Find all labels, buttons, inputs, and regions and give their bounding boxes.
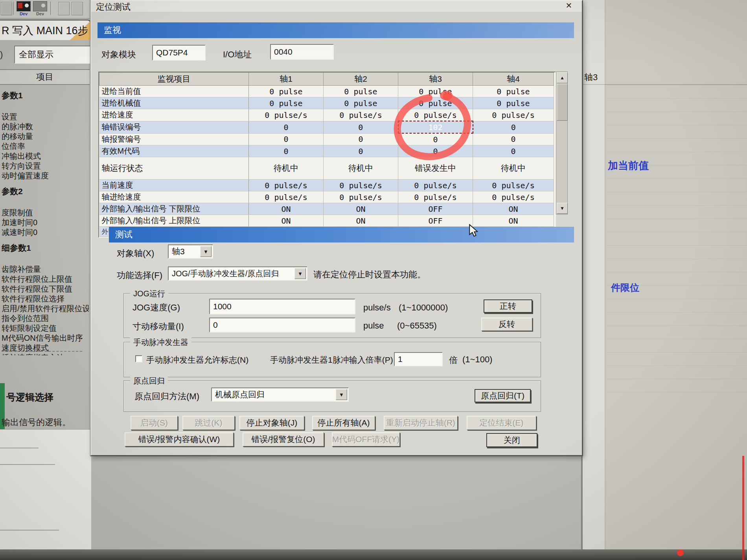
monitor-table-scrollbar[interactable]: ▲ ▼ bbox=[556, 72, 568, 215]
scroll-up-icon[interactable]: ▲ bbox=[557, 72, 568, 83]
monitor-cell-axis2: ON bbox=[324, 203, 398, 215]
monitor-cell-axis4: 0 pulse bbox=[473, 86, 554, 97]
tree-item[interactable]: 转方向设置 bbox=[0, 161, 89, 171]
monitor-cell-axis3: 0 bbox=[398, 133, 473, 145]
mpg-rate-unit: 倍 bbox=[449, 354, 458, 366]
mpg-rate-input[interactable]: 1 bbox=[394, 352, 443, 366]
function-select-dropdown[interactable]: JOG/手动脉冲发生器/原点回归 ▼ bbox=[168, 266, 307, 281]
opr-group-title: 原点回归 bbox=[130, 376, 168, 386]
reverse-rotation-button[interactable]: 反转 bbox=[481, 318, 532, 331]
monitor-table-body: 进给当前值 0 pulse 0 pulse 0 pulse 0 pulse 进给… bbox=[99, 86, 554, 237]
close-icon[interactable]: ✕ bbox=[563, 1, 575, 10]
tree-item[interactable]: 软件行程限位上限值 bbox=[0, 274, 89, 284]
monitor-col-axis2: 轴2 bbox=[324, 73, 398, 86]
monitor-cell-axis4: ON bbox=[473, 203, 554, 215]
toolbar-icon[interactable] bbox=[72, 2, 83, 15]
jog-speed-input[interactable]: 1000 bbox=[209, 299, 355, 314]
monitor-cell-axis1: ON bbox=[249, 215, 324, 227]
forward-rotation-button[interactable]: 正转 bbox=[484, 299, 532, 313]
close-button[interactable]: 关闭 bbox=[486, 433, 537, 447]
monitor-cell-axis3: 0 pulse/s bbox=[398, 109, 473, 121]
opr-method-value: 机械原点回归 bbox=[215, 389, 265, 400]
monitor-cell-axis1: 0 pulse/s bbox=[249, 180, 324, 191]
monitor-table-row: 轴运行状态 待机中 待机中 错误发生中 待机中 bbox=[99, 157, 554, 180]
tree-item[interactable]: 减速时间0 bbox=[0, 228, 89, 237]
target-module-field[interactable]: QD75P4 bbox=[152, 45, 206, 61]
scroll-down-icon[interactable]: ▼ bbox=[557, 203, 568, 214]
dev-tool-icon[interactable]: Dev bbox=[17, 1, 31, 17]
stop-all-axes-button[interactable]: 停止所有轴(A) bbox=[312, 416, 375, 430]
monitor-cell-axis3: 0 pulse/s bbox=[398, 180, 473, 191]
tree-item[interactable]: 细参数1 bbox=[0, 243, 89, 253]
chevron-down-icon[interactable]: ▼ bbox=[200, 246, 212, 257]
jog-speed-range: (1~1000000) bbox=[399, 303, 448, 313]
tree-item[interactable]: 设置 bbox=[0, 112, 89, 122]
toolbar-icon[interactable] bbox=[58, 2, 70, 15]
tree-divider bbox=[2, 351, 82, 352]
monitor-item-label: 轴进给速度 bbox=[99, 191, 249, 203]
function-hint-text: 请在定位停止时设置本功能。 bbox=[313, 269, 426, 281]
tree-item[interactable]: 转矩限制设定值 bbox=[0, 323, 89, 333]
monitor-cell-axis3: 错误发生中 bbox=[398, 157, 473, 180]
tree-item[interactable]: 软件行程限位选择 bbox=[0, 294, 89, 304]
monitor-cell-axis2: 0 bbox=[324, 133, 398, 145]
dialog-titlebar[interactable]: 定位测试 ✕ bbox=[91, 1, 582, 12]
stop-target-axis-button[interactable]: 停止对象轴(J) bbox=[239, 416, 304, 430]
chevron-down-icon[interactable]: ▼ bbox=[336, 389, 347, 400]
start-button[interactable]: 启动(S) bbox=[131, 416, 178, 430]
monitor-cell-axis2: 0 bbox=[324, 121, 398, 133]
logic-select-section-title: 号逻辑选择 bbox=[6, 391, 53, 404]
tree-item[interactable]: 插补速度指定方法 bbox=[0, 353, 89, 355]
positioning-end-button[interactable]: 定位结束(E) bbox=[467, 416, 536, 430]
monitor-table-row: 进给速度 0 pulse/s 0 pulse/s 0 pulse/s 0 pul… bbox=[99, 109, 554, 121]
toolbar-icon[interactable] bbox=[1, 2, 12, 15]
monitor-cell-axis2: 0 pulse/s bbox=[324, 180, 398, 191]
tree-item[interactable]: 参数1 bbox=[0, 90, 89, 100]
right-panel-link-current-value[interactable]: 加当前值 bbox=[608, 159, 649, 173]
tree-item[interactable]: 冲输出模式 bbox=[0, 151, 89, 161]
editor-tab[interactable]: R 写入 MAIN 16步 bbox=[0, 20, 91, 40]
inching-amount-label: 寸动移动量(I) bbox=[132, 321, 184, 332]
restart-stopped-axis-button[interactable]: 重新启动停止轴(R) bbox=[384, 416, 458, 430]
parameter-tree: 参数1设置的脉冲数的移动量位倍率冲输出模式转方向设置动时偏置速度参数2度限制值加… bbox=[0, 85, 89, 355]
tree-item[interactable]: 度限制值 bbox=[0, 208, 89, 218]
right-panel-link-limit[interactable]: 件限位 bbox=[611, 281, 639, 294]
mpg-rate-label: 手动脉冲发生器1脉冲输入倍率(P) bbox=[270, 354, 393, 365]
opr-start-button[interactable]: 原点回归(T) bbox=[475, 389, 531, 402]
monitor-cell-axis1: 0 pulse/s bbox=[249, 191, 324, 203]
tree-item[interactable]: 的移动量 bbox=[0, 132, 89, 141]
function-select-value: JOG/手动脉冲发生器/原点回归 bbox=[172, 268, 279, 279]
skip-button[interactable]: 跳过(K) bbox=[182, 416, 235, 430]
tree-item[interactable]: 加速时间0 bbox=[0, 218, 89, 228]
scrollbar-thumb[interactable] bbox=[557, 84, 568, 121]
tree-item[interactable]: 启用/禁用软件行程限位设置 bbox=[0, 304, 89, 314]
toolbar-separator bbox=[50, 2, 51, 15]
mpg-rate-value: 1 bbox=[398, 354, 403, 364]
display-filter-combobox[interactable]: 全部显示 bbox=[14, 46, 93, 64]
tree-item[interactable]: 动时偏置速度 bbox=[0, 171, 89, 181]
monitor-cell-axis1: 0 bbox=[249, 145, 324, 157]
target-axis-dropdown[interactable]: 轴3 ▼ bbox=[168, 244, 213, 259]
tree-item[interactable]: 齿隙补偿量 bbox=[0, 264, 89, 274]
opr-method-dropdown[interactable]: 机械原点回归 ▼ bbox=[211, 387, 349, 402]
tree-item[interactable]: 参数2 bbox=[0, 186, 89, 196]
mcode-off-request-button[interactable]: M代码OFF请求(Y) bbox=[332, 432, 400, 446]
error-alarm-confirm-button[interactable]: 错误/报警内容确认(W) bbox=[125, 432, 234, 446]
tree-item[interactable]: 的脉冲数 bbox=[0, 122, 89, 132]
io-address-field[interactable]: 0040 bbox=[270, 44, 334, 60]
error-alarm-reset-button[interactable]: 错误/报警复位(O) bbox=[243, 432, 324, 446]
inching-amount-unit: pulse bbox=[363, 321, 384, 331]
monitor-col-axis1: 轴1 bbox=[249, 73, 324, 86]
mpg-enable-checkbox[interactable] bbox=[135, 355, 142, 362]
inching-amount-input[interactable]: 0 bbox=[209, 318, 355, 332]
dev-tool-icon-disabled[interactable]: Dev bbox=[33, 1, 47, 17]
tree-item[interactable]: 指令到位范围 bbox=[0, 314, 89, 323]
tree-item[interactable]: 软件行程限位下限值 bbox=[0, 284, 89, 294]
inching-amount-range: (0~65535) bbox=[397, 321, 437, 331]
monitor-cell-axis1: ON bbox=[249, 203, 324, 215]
monitor-cell-axis3: 0 pulse bbox=[398, 97, 473, 109]
tree-item[interactable]: 位倍率 bbox=[0, 141, 89, 151]
tree-item[interactable]: M代码ON信号输出时序 bbox=[0, 333, 89, 343]
chevron-down-icon[interactable]: ▼ bbox=[294, 268, 306, 279]
monitor-item-label: 当前速度 bbox=[99, 180, 249, 191]
